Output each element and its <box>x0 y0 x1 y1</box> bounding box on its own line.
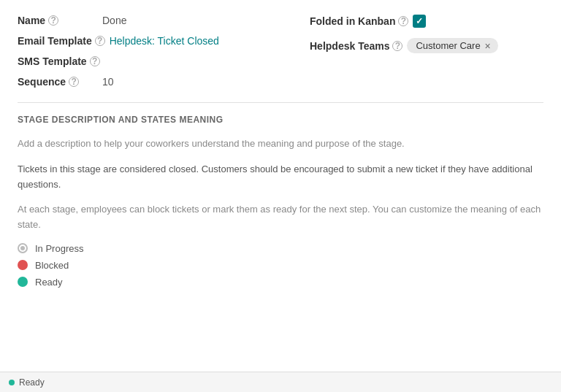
name-label: Name ? <box>18 15 98 26</box>
section-title: STAGE DESCRIPTION AND STATES MEANING <box>18 115 543 125</box>
ready-dot <box>18 277 28 287</box>
email-template-field-row: Email Template ? Helpdesk: Ticket Closed <box>18 35 280 47</box>
in-progress-label: In Progress <box>35 243 83 254</box>
folded-kanban-field-row: Folded in Kanban ? <box>310 15 543 28</box>
sms-template-help-icon[interactable]: ? <box>90 56 100 66</box>
email-template-help-icon[interactable]: ? <box>95 36 105 46</box>
desc-text-3: At each stage, employees can block ticke… <box>18 202 543 233</box>
section-divider <box>18 102 543 103</box>
helpdesk-teams-label: Helpdesk Teams ? <box>310 40 402 52</box>
blocked-dot <box>18 260 28 270</box>
states-list: In Progress Blocked Ready <box>18 243 543 288</box>
sequence-field-row: Sequence ? 10 <box>18 76 280 88</box>
name-field-row: Name ? Done <box>18 15 280 26</box>
status-dot <box>9 380 15 385</box>
form-left: Name ? Done Email Template ? Helpdesk: T… <box>18 15 280 88</box>
helpdesk-teams-field-row: Helpdesk Teams ? Customer Care × <box>310 38 543 53</box>
desc-text-2: Tickets in this stage are considered clo… <box>18 162 543 193</box>
name-value: Done <box>102 15 126 26</box>
status-text: Ready <box>19 377 45 388</box>
status-bar: Ready <box>0 372 561 392</box>
description-section: STAGE DESCRIPTION AND STATES MEANING Add… <box>18 115 543 299</box>
form-grid: Name ? Done Email Template ? Helpdesk: T… <box>18 15 543 88</box>
desc-text-1: Add a description to help your coworkers… <box>18 137 543 152</box>
folded-kanban-checkbox[interactable] <box>413 15 426 28</box>
sequence-value: 10 <box>102 76 114 88</box>
ready-label: Ready <box>35 277 63 288</box>
folded-kanban-label: Folded in Kanban ? <box>310 15 408 27</box>
customer-care-tag: Customer Care × <box>407 38 497 53</box>
blocked-label: Blocked <box>35 260 69 271</box>
customer-care-tag-label: Customer Care <box>416 40 480 51</box>
email-template-label: Email Template ? <box>18 35 105 47</box>
sequence-help-icon[interactable]: ? <box>69 77 79 87</box>
state-ready: Ready <box>18 277 543 288</box>
customer-care-tag-close[interactable]: × <box>485 41 491 51</box>
in-progress-dot <box>18 243 28 253</box>
helpdesk-teams-help-icon[interactable]: ? <box>392 41 402 51</box>
sequence-label: Sequence ? <box>18 76 98 88</box>
form-container: Name ? Done Email Template ? Helpdesk: T… <box>0 0 561 314</box>
name-help-icon[interactable]: ? <box>48 15 58 26</box>
state-blocked: Blocked <box>18 260 543 271</box>
form-right: Folded in Kanban ? Helpdesk Teams ? Cust… <box>280 15 543 88</box>
sms-template-field-row: SMS Template ? <box>18 55 280 67</box>
sms-template-label: SMS Template ? <box>18 55 100 67</box>
state-in-progress: In Progress <box>18 243 543 254</box>
email-template-value[interactable]: Helpdesk: Ticket Closed <box>110 35 219 47</box>
folded-kanban-help-icon[interactable]: ? <box>398 16 408 26</box>
